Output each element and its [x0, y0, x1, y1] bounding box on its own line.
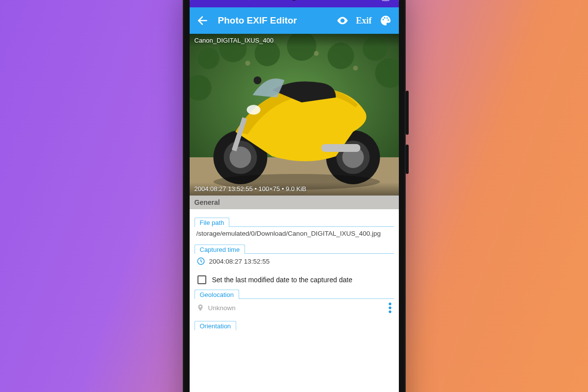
svg-point-3: [341, 20, 343, 22]
arrow-left-icon: [196, 14, 209, 27]
x-icon: [263, 0, 270, 0]
phone-screen: 8:47 AM 93: [190, 0, 399, 392]
mute-icon: [233, 0, 241, 1]
svg-point-5: [384, 17, 385, 19]
set-modified-date-label: Set the last modified date to the captur…: [212, 276, 352, 284]
pin-icon: [196, 304, 204, 312]
wifi-icon: [369, 0, 377, 0]
geolocation-value: Unknown: [208, 304, 236, 312]
app-bar: Photo EXIF Editor Exif: [190, 7, 399, 34]
svg-point-6: [386, 18, 388, 19]
phone-frame: 8:47 AM 93: [183, 0, 406, 392]
svg-point-20: [353, 66, 358, 71]
palette-button[interactable]: [379, 14, 392, 27]
battery-indicator: 93: [380, 0, 391, 1]
photo-meta-line: 2004:08:27 13:52:55 • 100×75 • 9.0 KiB: [190, 182, 399, 196]
set-modified-date-row[interactable]: Set the last modified date to the captur…: [197, 275, 391, 284]
status-time: 8:47 AM: [197, 0, 221, 1]
svg-point-10: [197, 48, 219, 69]
svg-point-31: [253, 76, 261, 84]
status-right: 93: [349, 0, 391, 1]
checkbox-icon[interactable]: [197, 275, 206, 284]
geolocation-label: Geolocation: [195, 290, 239, 299]
eye-icon: [336, 14, 349, 27]
back-button[interactable]: [196, 14, 209, 27]
status-left: 8:47 AM: [197, 0, 270, 1]
photo-preview[interactable]: Canon_DIGITAL_IXUS_400 2004:08:27 13:52:…: [190, 34, 399, 196]
bluetooth-icon: [349, 0, 355, 1]
clock-icon: [196, 257, 205, 266]
captured-time-label: Captured time: [195, 245, 245, 254]
app-title: Photo EXIF Editor: [218, 15, 327, 26]
phone-side-button: [406, 145, 409, 174]
svg-point-19: [314, 51, 318, 56]
photo-camera-name: Canon_DIGITAL_IXUS_400: [190, 34, 399, 47]
svg-point-4: [382, 19, 384, 21]
phone-side-button: [406, 91, 409, 135]
file-path-value: /storage/emulated/0/Download/Canon_DIGIT…: [195, 226, 394, 239]
field-file-path[interactable]: File path /storage/emulated/0/Download/C…: [195, 217, 394, 239]
svg-point-7: [388, 20, 389, 21]
status-bar: 8:47 AM 93: [190, 0, 399, 7]
pinwheel-icon: [253, 0, 260, 0]
svg-point-33: [246, 105, 260, 115]
telegram-icon: [244, 0, 250, 0]
exif-button[interactable]: Exif: [358, 14, 370, 27]
field-geolocation[interactable]: Geolocation Unknown •••: [195, 289, 394, 316]
captured-time-value: 2004:08:27 13:52:55: [209, 258, 270, 265]
view-button[interactable]: [336, 14, 349, 27]
section-general-header: General: [190, 196, 399, 209]
field-captured-time[interactable]: Captured time 2004:08:27 13:52:55: [195, 244, 394, 268]
moon-icon: [223, 0, 230, 0]
general-fields: File path /storage/emulated/0/Download/C…: [190, 209, 399, 339]
no-sim-icon: [358, 0, 366, 0]
svg-point-18: [245, 61, 250, 66]
palette-icon: [380, 15, 392, 26]
file-path-label: File path: [195, 218, 230, 227]
field-orientation[interactable]: Orientation: [195, 320, 394, 330]
motorcycle-image: [190, 34, 399, 196]
orientation-label: Orientation: [195, 321, 237, 330]
geolocation-more-button[interactable]: •••: [388, 302, 392, 314]
svg-rect-30: [321, 144, 360, 152]
